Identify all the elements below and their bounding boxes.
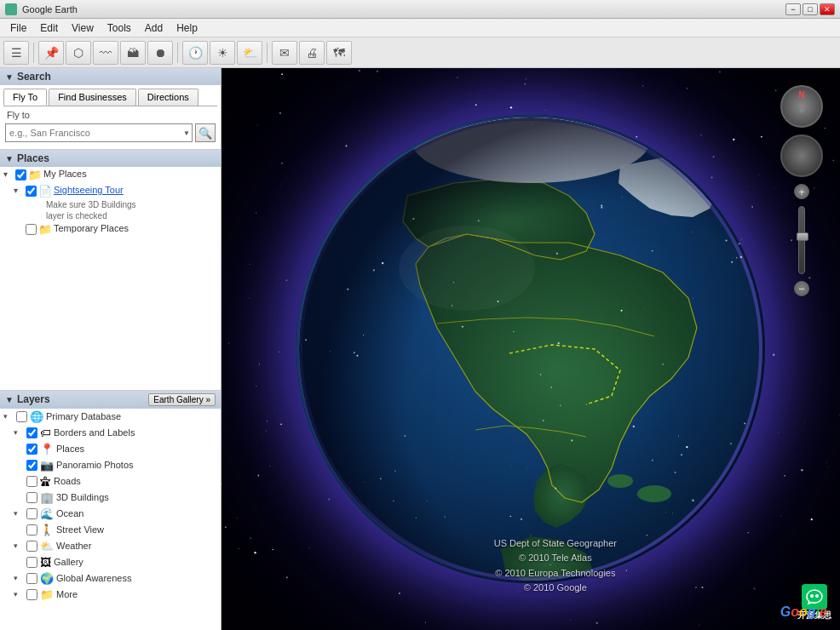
checkbox-places[interactable] bbox=[26, 444, 37, 455]
zoom-slider-thumb[interactable] bbox=[797, 232, 808, 241]
checkbox-primary-db[interactable] bbox=[16, 411, 27, 422]
tree-expand-sightseeing[interactable]: ▾ bbox=[14, 186, 24, 195]
zoom-slider-track[interactable] bbox=[798, 206, 805, 274]
checkbox-sightseeing[interactable] bbox=[26, 186, 37, 197]
tree-item-my-places: ▾ 📁 My Places bbox=[0, 167, 221, 183]
globe-svg bbox=[296, 115, 765, 583]
checkbox-roads[interactable] bbox=[26, 476, 37, 487]
globe bbox=[296, 115, 765, 583]
checkbox-ocean[interactable] bbox=[26, 508, 37, 519]
window-controls: − □ ✕ bbox=[785, 3, 835, 15]
layer-gallery: ▸ 🖼 Gallery bbox=[0, 554, 221, 570]
switch-to-sky-btn[interactable]: ⛅ bbox=[237, 41, 262, 65]
tab-find-businesses[interactable]: Find Businesses bbox=[49, 89, 136, 106]
checkbox-panoramio[interactable] bbox=[26, 460, 37, 471]
tree-item-sightseeing: ▾ 📄 Sightseeing Tour bbox=[10, 183, 221, 199]
layer-places: ▸ 📍 Places bbox=[0, 441, 221, 457]
add-path-btn[interactable]: 〰 bbox=[93, 41, 118, 65]
checkbox-my-places[interactable] bbox=[15, 169, 26, 180]
layers-title: Layers bbox=[17, 393, 50, 405]
dropdown-arrow-icon: ▼ bbox=[183, 129, 190, 137]
places-section: Places ▾ 📁 My Places ▾ 📄 Sightseeing Tou… bbox=[0, 150, 221, 391]
zoom-in-button[interactable]: + bbox=[794, 184, 809, 199]
folder-icon-temp: 📁 bbox=[38, 223, 52, 236]
earth-gallery-button[interactable]: Earth Gallery » bbox=[148, 393, 216, 406]
svg-point-8 bbox=[810, 594, 814, 598]
folder-icon: 📁 bbox=[28, 169, 42, 181]
checkbox-weather[interactable] bbox=[26, 541, 37, 552]
print-btn[interactable]: 🖨 bbox=[299, 41, 325, 65]
checkbox-temp-places[interactable] bbox=[26, 224, 37, 235]
add-polygon-btn[interactable]: ⬡ bbox=[66, 41, 91, 65]
layers-header[interactable]: Layers Earth Gallery » bbox=[0, 391, 221, 409]
app-icon bbox=[5, 3, 17, 15]
menu-view[interactable]: View bbox=[65, 20, 101, 36]
historical-imagery-btn[interactable]: 🕐 bbox=[182, 41, 208, 65]
checkbox-gallery[interactable] bbox=[26, 557, 37, 568]
record-tour-btn[interactable]: ⏺ bbox=[147, 41, 173, 65]
layer-weather-label: Weather bbox=[56, 541, 91, 551]
checkbox-street-view[interactable] bbox=[26, 524, 37, 536]
menubar: File Edit View Tools Add Help bbox=[0, 19, 840, 37]
show-sunlight-btn[interactable]: ☀ bbox=[210, 41, 235, 65]
tree-expand-my-places[interactable]: ▾ bbox=[3, 169, 14, 179]
layer-ocean-label: Ocean bbox=[56, 508, 83, 518]
checkbox-3d-buildings[interactable] bbox=[26, 492, 37, 503]
fly-to-label: Fly to bbox=[0, 106, 221, 122]
layer-more-label: More bbox=[56, 589, 78, 599]
layer-3d-buildings-label: 3D Buildings bbox=[56, 492, 109, 502]
nav-controls: N ○ + − bbox=[780, 85, 823, 296]
layer-panoramio: ▸ 📷 Panoramio Photos bbox=[0, 457, 221, 473]
compass-circle: ○ bbox=[799, 106, 804, 115]
search-go-button[interactable]: 🔍 bbox=[195, 123, 216, 142]
search-tabs: Fly To Find Businesses Directions bbox=[0, 85, 221, 106]
zoom-out-button[interactable]: − bbox=[794, 281, 809, 296]
places-header[interactable]: Places bbox=[0, 150, 221, 167]
layer-ocean: ▾ 🌊 Ocean bbox=[0, 506, 221, 522]
menu-help[interactable]: Help bbox=[170, 20, 204, 36]
layer-more: ▾ 📁 More bbox=[0, 587, 221, 603]
email-btn[interactable]: ✉ bbox=[272, 41, 297, 65]
google-maps-btn[interactable]: 🗺 bbox=[326, 41, 352, 65]
minimize-button[interactable]: − bbox=[785, 3, 801, 15]
menu-file[interactable]: File bbox=[3, 20, 33, 36]
layer-borders: ▾ 🏷 Borders and Labels bbox=[0, 425, 221, 441]
globe-area[interactable]: N ○ + − US Dept of State Geographer © 20… bbox=[222, 68, 840, 630]
sightseeing-tour-container: ▾ 📄 Sightseeing Tour Make sure 3D Buildi… bbox=[0, 183, 221, 221]
checkbox-more[interactable] bbox=[26, 589, 37, 600]
layer-gallery-label: Gallery bbox=[54, 557, 83, 567]
copyright-text: US Dept of State Geographer © 2010 Tele … bbox=[494, 536, 617, 596]
checkbox-global-awareness[interactable] bbox=[26, 573, 37, 584]
search-input[interactable] bbox=[9, 128, 175, 138]
compass[interactable]: N ○ bbox=[780, 85, 823, 128]
copyright-line2: © 2010 Tele Atlas bbox=[494, 551, 617, 566]
layer-global-awareness-label: Global Awareness bbox=[56, 573, 131, 583]
places-title: Places bbox=[17, 152, 49, 164]
menu-tools[interactable]: Tools bbox=[101, 20, 138, 36]
search-input-row: ▼ 🔍 bbox=[0, 122, 221, 144]
toolbar: ☰ 📌 ⬡ 〰 🏔 ⏺ 🕐 ☀ ⛅ ✉ 🖨 🗺 bbox=[0, 37, 840, 68]
zoom-ring[interactable] bbox=[780, 135, 823, 177]
tab-directions[interactable]: Directions bbox=[138, 89, 198, 106]
menu-edit[interactable]: Edit bbox=[33, 20, 65, 36]
layer-primary-db-label: Primary Database bbox=[46, 411, 121, 421]
layer-weather: ▾ ⛅ Weather bbox=[0, 538, 221, 554]
layer-roads: ▸ 🛣 Roads bbox=[0, 473, 221, 490]
add-placemark-btn[interactable]: 📌 bbox=[38, 41, 64, 65]
layer-roads-label: Roads bbox=[54, 476, 81, 486]
maximize-button[interactable]: □ bbox=[803, 3, 818, 15]
add-image-overlay-btn[interactable]: 🏔 bbox=[120, 41, 146, 65]
close-button[interactable]: ✕ bbox=[820, 3, 835, 15]
search-section: Search Fly To Find Businesses Directions… bbox=[0, 68, 221, 150]
document-icon: 📄 bbox=[38, 185, 52, 198]
show-sidebar-btn[interactable]: ☰ bbox=[3, 41, 29, 65]
tab-fly-to[interactable]: Fly To bbox=[3, 89, 47, 106]
search-header[interactable]: Search bbox=[0, 68, 221, 85]
search-title: Search bbox=[17, 71, 51, 83]
layer-primary-db: ▾ 🌐 Primary Database bbox=[0, 409, 221, 425]
toolbar-separator-1 bbox=[33, 43, 34, 63]
sightseeing-label[interactable]: Sightseeing Tour bbox=[54, 185, 124, 195]
menu-add[interactable]: Add bbox=[138, 20, 170, 36]
checkbox-borders[interactable] bbox=[26, 427, 37, 438]
copyright-line4: © 2010 Google bbox=[494, 581, 617, 596]
